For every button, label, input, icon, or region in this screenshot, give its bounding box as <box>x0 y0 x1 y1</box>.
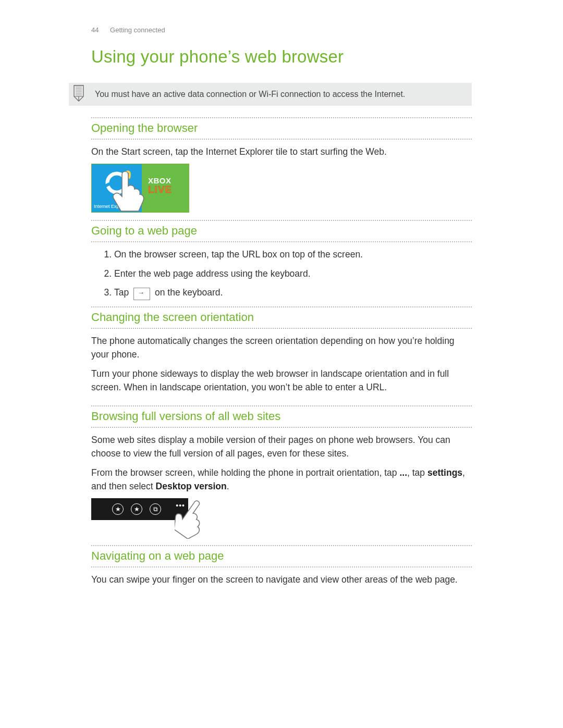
chapter-name: Getting connected <box>110 26 165 34</box>
list-item: Tap on the keyboard. <box>114 286 472 299</box>
steps-list: On the browser screen, tap the URL box o… <box>91 248 472 299</box>
divider <box>91 545 472 546</box>
page: 44 Getting connected Using your phone’s … <box>0 0 563 728</box>
ellipsis-button-ref: ... <box>399 467 407 478</box>
divider <box>91 405 472 406</box>
page-number: 44 <box>91 26 99 34</box>
divider <box>91 241 472 242</box>
section-heading: Changing the screen orientation <box>91 309 472 326</box>
appbar-add-favorite-icon: ★ <box>131 503 142 515</box>
internet-explorer-icon <box>102 168 131 198</box>
pencil-icon <box>72 84 87 102</box>
paragraph: Some web sites display a mobile version … <box>91 433 472 461</box>
section-full-versions: Browsing full versions of all web sites … <box>91 405 472 538</box>
page-title: Using your phone’s web browser <box>91 44 472 70</box>
paragraph: On the Start screen, tap the Internet Ex… <box>91 145 472 158</box>
divider <box>91 566 472 567</box>
section-heading: Browsing full versions of all web sites <box>91 408 472 425</box>
section-heading: Going to a web page <box>91 222 472 239</box>
section-going-to-webpage: Going to a web page On the browser scree… <box>91 220 472 299</box>
settings-ref: settings <box>427 467 462 478</box>
paragraph: Turn your phone sideways to display the … <box>91 367 472 394</box>
divider <box>91 139 472 140</box>
start-tiles-figure: Internet Explorer XBOX LIVE <box>91 164 189 213</box>
xbox-live-tile: XBOX LIVE <box>142 164 189 212</box>
section-opening-browser: Opening the browser On the Start screen,… <box>91 117 472 213</box>
internet-explorer-tile: Internet Explorer <box>92 164 142 212</box>
section-heading: Opening the browser <box>91 119 472 137</box>
go-key-icon <box>133 288 150 300</box>
paragraph: The phone automatically changes the scre… <box>91 334 472 362</box>
divider <box>91 427 472 428</box>
section-navigating: Navigating on a web page You can swipe y… <box>91 545 472 586</box>
divider <box>91 117 472 118</box>
note-text: You must have an active data connection … <box>95 90 405 98</box>
tap-hand-icon <box>175 499 224 539</box>
tile-label: Internet Explorer <box>94 203 129 211</box>
desktop-version-ref: Desktop version <box>156 481 227 491</box>
xbox-live-logo: XBOX LIVE <box>148 177 172 194</box>
list-item: On the browser screen, tap the URL box o… <box>114 248 472 261</box>
running-header: 44 Getting connected <box>91 25 472 35</box>
appbar: ★ ★ ⧉ ••• <box>91 498 188 520</box>
divider <box>91 328 472 329</box>
appbar-figure: ★ ★ ⧉ ••• <box>91 498 222 538</box>
divider <box>91 306 472 307</box>
note-callout: You must have an active data connection … <box>69 83 472 106</box>
section-heading: Navigating on a web page <box>91 547 472 564</box>
paragraph: You can swipe your finger on the screen … <box>91 573 472 586</box>
list-item: Enter the web page address using the key… <box>114 267 472 280</box>
section-screen-orientation: Changing the screen orientation The phon… <box>91 306 472 394</box>
appbar-tabs-icon: ⧉ <box>150 503 161 515</box>
divider <box>91 220 472 221</box>
paragraph: From the browser screen, while holding t… <box>91 466 472 493</box>
appbar-favorite-icon: ★ <box>112 503 124 515</box>
